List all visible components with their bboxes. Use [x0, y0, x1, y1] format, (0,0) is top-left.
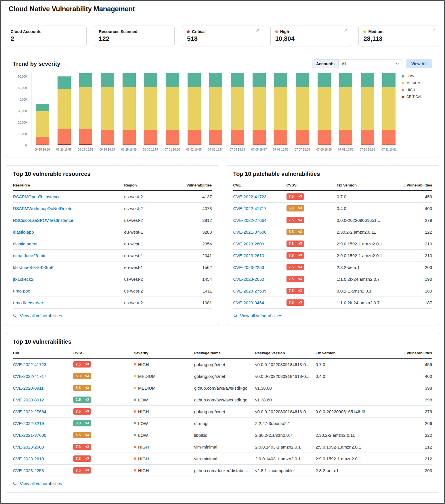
external-link-icon[interactable]: ↗ — [256, 28, 259, 33]
chart-bar-06-26-16-55[interactable] — [53, 73, 75, 145]
chart-bar-07-08-16-59[interactable] — [313, 73, 335, 145]
sort-descending-icon: ↓ — [183, 183, 185, 187]
y-axis-label: 0 — [25, 144, 27, 147]
cve-link[interactable]: CVE-2023-2253 — [13, 468, 44, 473]
cve-link[interactable]: CVE-2023-2609 — [233, 241, 264, 246]
table-header: CVE CVSS Fix Version ↓Vulnerabilities — [233, 181, 432, 191]
view-all-vulnerabilities-link[interactable]: View all vulnerabilities — [13, 481, 62, 486]
accounts-select-value[interactable]: All — [339, 59, 402, 68]
fix-version-cell: 0.7.0 — [316, 362, 389, 367]
legend-item-critical[interactable]: CRITICAL — [402, 95, 432, 99]
resource-link[interactable]: t-mo-poc — [13, 288, 30, 293]
column-header-vulnerabilities[interactable]: ↓Vulnerabilities — [395, 183, 432, 187]
chart-bar-07-11-10-51[interactable] — [378, 73, 400, 145]
resource-link[interactable]: kfir-June8-8-8-0-3mF — [13, 265, 54, 270]
chart-bar-07-05-16-57[interactable] — [248, 73, 270, 145]
cve-link[interactable]: CVE-2023-2610 — [13, 456, 44, 461]
legend-dot — [402, 82, 404, 84]
x-axis-label: 06-28 16:58 — [96, 148, 118, 151]
cve-link[interactable]: CVE-2023-2610 — [233, 253, 264, 258]
cvss-score: 7.5 — [287, 288, 296, 294]
trend-by-severity-panel: Trend by severity Accounts All View All … — [6, 54, 439, 157]
resource-link[interactable]: elastic-agent — [13, 241, 37, 246]
patchable-title: Top 10 patchable vulnerabilities — [233, 171, 432, 177]
cve-link[interactable]: CVE-2023-2253 — [233, 265, 264, 270]
cve-link[interactable]: CVE-2020-8911 — [13, 386, 43, 390]
cve-link[interactable]: CVE-2022-41723 — [13, 362, 46, 367]
external-link-icon[interactable]: ↗ — [432, 28, 436, 33]
cve-cell: CVE-2023-2609 — [233, 241, 287, 246]
cve-link[interactable]: CVE-2022-3219 — [13, 421, 44, 426]
chart-bar-06-28-16-58[interactable] — [97, 73, 118, 145]
view-all-vulnerabilities-link[interactable]: View all vulnerabilities — [13, 313, 62, 318]
resource-link[interactable]: elastic-app — [13, 230, 34, 234]
resource-link[interactable]: dima-June26-mti — [13, 253, 45, 258]
column-header-resource: Resource — [13, 183, 124, 187]
chart-bar-07-03-16-54[interactable] — [205, 73, 226, 145]
resource-cell: RSAPMOpenTelInstance — [13, 194, 124, 199]
column-header-vulnerabilities[interactable]: ↓Vulnerabilities — [177, 183, 212, 187]
cve-cell: CVE-2021-37600 — [233, 230, 287, 234]
cve-cell: CVE-2022-41723 — [233, 194, 287, 199]
resource-link[interactable]: jk-1ckeck2 — [13, 277, 33, 282]
cve-link[interactable]: CVE-2021-37600 — [233, 230, 267, 234]
chart-bar-06-29-16-58[interactable] — [118, 73, 140, 145]
trend-chart-plot-area: 010,00020,00030,00040,00050,00060,000 06… — [13, 73, 400, 151]
chart-bar-07-09-16-58[interactable] — [335, 73, 356, 145]
table-row: CVE-2023-26107.8v3HIGHvim-minimal2:9.0.1… — [13, 453, 432, 465]
x-axis-label: 06-30 16:57 — [140, 148, 161, 151]
cve-link[interactable]: CVE-2020-8912 — [13, 397, 44, 402]
bar-segment-low — [123, 73, 136, 87]
cve-cell: CVE-2023-2253 — [233, 265, 287, 270]
cve-link[interactable]: CVE-2022-27664 — [13, 409, 46, 414]
vulnerabilities-count-cell: 1081 — [177, 300, 212, 305]
resource-link[interactable]: RSAPMWorkshopDoNotDelete — [13, 206, 72, 211]
legend-item-medium[interactable]: MEDIUM — [402, 81, 432, 85]
accounts-select[interactable]: Accounts All — [312, 59, 402, 68]
cve-link[interactable]: CVE-2022-41723 — [233, 194, 267, 199]
chart-bar-07-01-16-56[interactable] — [162, 73, 183, 145]
fix-version-cell: 2:9.0.1592-1.amzn2.0.1 — [337, 253, 395, 258]
cve-link[interactable]: CVE-2023-27535 — [233, 288, 267, 293]
bar-segment-low — [296, 73, 309, 87]
cvss-badge: 7.5v3 — [287, 264, 304, 271]
cve-link[interactable]: CVE-2022-27664 — [233, 218, 267, 223]
cve-link[interactable]: CVE-2023-2650 — [233, 277, 264, 282]
view-all-button[interactable]: View All — [406, 59, 432, 68]
resource-link[interactable]: RSCiscoLaaSPOVTestInstance — [13, 218, 73, 223]
chart-bar-07-02-16-55[interactable] — [183, 73, 205, 145]
fix-version-cell: 0.4.0 — [316, 374, 389, 379]
cve-link[interactable]: CVE-2022-41717 — [13, 374, 46, 379]
chart-bar-07-06-16-56[interactable] — [270, 73, 291, 145]
cve-link[interactable]: CVE-2021-37600 — [13, 433, 46, 438]
chart-bar-06-30-16-57[interactable] — [140, 73, 161, 145]
cvss-badge: 5.5v3 — [287, 229, 304, 235]
chart-bar-06-25-16-56[interactable] — [32, 73, 53, 145]
cve-cell: CVE-2023-0464 — [233, 300, 287, 305]
legend-item-low[interactable]: LOW — [402, 74, 432, 78]
stat-card-critical[interactable]: ↗Critical518 — [182, 26, 263, 46]
stat-card-medium[interactable]: ↗Medium28,113 — [358, 26, 439, 46]
cve-link[interactable]: CVE-2022-41717 — [233, 206, 267, 211]
chart-bar-07-10-16-55[interactable] — [356, 73, 378, 145]
cve-link[interactable]: CVE-2023-2609 — [13, 445, 44, 449]
resource-link[interactable]: t-mo-fleetserver — [13, 300, 43, 305]
stacked-bars[interactable] — [31, 73, 400, 145]
cve-link[interactable]: CVE-2023-0464 — [233, 300, 264, 305]
external-link-icon[interactable]: ↗ — [344, 28, 348, 33]
vulnerable-resources-title: Top 10 vulnerable resources — [13, 171, 212, 177]
y-axis-label: 60,000 — [18, 75, 27, 78]
column-header-vulnerabilities[interactable]: ↓Vulnerabilities — [389, 351, 432, 355]
chart-bar-07-04-16-59[interactable] — [227, 73, 248, 145]
legend-item-high[interactable]: HIGH — [402, 88, 432, 92]
resource-link[interactable]: RSAPMOpenTelInstance — [13, 194, 61, 199]
chart-bar-07-07-16-55[interactable] — [292, 73, 313, 145]
chart-bar-06-27-16-59[interactable] — [75, 73, 97, 145]
stat-card-resources-scanned: Resources Scanned122 — [94, 26, 175, 46]
stat-card-high[interactable]: ↗High10,804 — [270, 26, 351, 46]
package-name-cell: github.com/aws/aws-sdk-go — [194, 397, 255, 402]
view-all-vulnerabilities-link[interactable]: View all vulnerabilities — [233, 313, 282, 318]
bar-segment-low — [274, 73, 287, 87]
bar-segment-high — [188, 130, 201, 145]
bar-segment-high — [296, 130, 309, 145]
